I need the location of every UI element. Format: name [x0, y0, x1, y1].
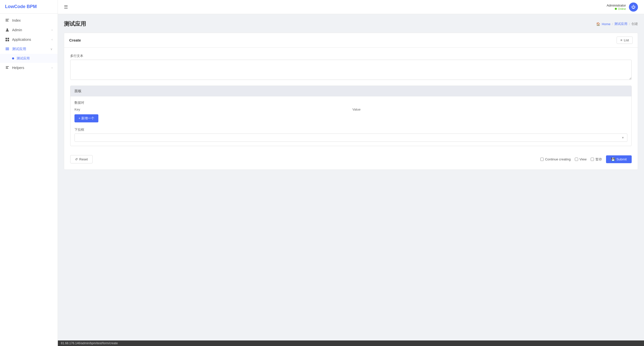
testapp-arrow-icon: ∨ — [50, 47, 53, 51]
card-title: Create — [69, 38, 81, 42]
power-button[interactable]: ⏻ — [629, 3, 638, 12]
sidebar-nav: Index Admin ‹ Applications ‹ — [0, 14, 58, 346]
header-left: ☰ — [64, 4, 68, 10]
list-label: List — [624, 38, 629, 42]
reset-icon: ↺ — [75, 157, 78, 161]
dropdown-label: 下拉框 — [74, 127, 627, 132]
admin-icon — [5, 28, 10, 32]
continue-creating-checkbox[interactable] — [540, 158, 544, 161]
svg-rect-9 — [6, 49, 9, 49]
submit-button[interactable]: 💾 Submit — [606, 155, 632, 163]
submit-icon: 💾 — [611, 157, 615, 161]
helpers-icon — [5, 65, 10, 70]
svg-rect-1 — [6, 20, 8, 20]
list-icon: ≡ — [620, 38, 622, 42]
page-title: 测试应用 — [64, 20, 86, 28]
app-name-link[interactable]: LowCode BPM — [5, 4, 37, 9]
header: ☰ Administrator Online ⏻ — [58, 0, 644, 14]
admin-arrow-icon: ‹ — [52, 28, 53, 32]
testapp-submenu: 测试应用 — [0, 54, 58, 63]
applications-label: Applications — [12, 38, 49, 42]
svg-rect-8 — [6, 48, 9, 48]
status-bar: 81.68.176.146/admin/bpm/test/form/create — [58, 340, 644, 346]
card-header: Create ≡ List — [64, 33, 638, 48]
status-label: Online — [618, 7, 626, 10]
helpers-arrow-icon: ‹ — [52, 66, 53, 70]
svg-rect-13 — [6, 68, 8, 69]
multiline-textarea[interactable] — [70, 60, 632, 80]
svg-rect-5 — [8, 38, 9, 39]
panel-header: 面板 — [70, 86, 631, 96]
testapp-sub-label: 测试应用 — [17, 56, 30, 61]
view-checkbox[interactable] — [575, 158, 578, 161]
continue-creating-group[interactable]: Continue creating — [540, 157, 571, 161]
helpers-label: Helpers — [12, 66, 49, 70]
svg-point-3 — [7, 28, 8, 30]
footer-right: Continue creating View 暂存 💾 — [540, 155, 632, 163]
svg-rect-10 — [6, 50, 9, 50]
status-url: 81.68.176.146/admin/bpm/test/form/create — [61, 341, 118, 345]
breadcrumb-sep-2: / — [629, 22, 630, 26]
multiline-label: 多行文本 — [70, 54, 632, 58]
sidebar-item-index[interactable]: Index — [0, 16, 58, 25]
sidebar-item-testapp[interactable]: 测试应用 ∨ — [0, 44, 58, 54]
applications-icon — [5, 37, 10, 42]
sidebar-item-applications[interactable]: Applications ‹ — [0, 35, 58, 44]
svg-rect-0 — [6, 19, 9, 19]
reset-label: Reset — [79, 157, 88, 161]
breadcrumb-sep-1: / — [612, 22, 613, 26]
sidebar-item-admin[interactable]: Admin ‹ — [0, 25, 58, 35]
submit-label: Submit — [617, 157, 627, 161]
sidebar-item-testapp-sub[interactable]: 测试应用 — [0, 54, 58, 63]
panel-body: 数据对 Key Value + 新增一个 下拉框 — [70, 96, 631, 146]
svg-rect-11 — [6, 66, 9, 67]
index-icon — [5, 18, 10, 23]
breadcrumb-home[interactable]: Home — [602, 22, 611, 26]
multiline-group: 多行文本 — [70, 54, 632, 81]
dropdown-group: 下拉框 ▼ — [74, 127, 627, 142]
view-label: View — [580, 157, 587, 161]
save-checkbox[interactable] — [591, 158, 594, 161]
svg-rect-6 — [6, 40, 7, 41]
create-card: Create ≡ List 多行文本 面板 — [64, 33, 638, 170]
main-content: 测试应用 🏠 Home / 测试应用 / 创建 Create ≡ List — [58, 14, 644, 340]
save-group[interactable]: 暂存 — [591, 157, 602, 162]
data-pair-label: 数据对 — [74, 100, 627, 105]
save-label: 暂存 — [595, 157, 602, 162]
add-pair-label: + 新增一个 — [78, 116, 94, 121]
status-dot-icon — [615, 8, 617, 10]
panel: 面板 数据对 Key Value + 新增一个 — [70, 86, 632, 146]
hamburger-button[interactable]: ☰ — [64, 4, 68, 10]
form-footer: ↺ Reset Continue creating View — [70, 151, 632, 163]
index-label: Index — [12, 18, 53, 22]
panel-title: 面板 — [74, 89, 82, 93]
data-pair-cols: Key Value — [74, 108, 627, 111]
page-header: 测试应用 🏠 Home / 测试应用 / 创建 — [64, 20, 638, 28]
list-button[interactable]: ≡ List — [617, 37, 633, 44]
breadcrumb-action: 创建 — [631, 22, 638, 26]
svg-rect-12 — [6, 67, 8, 68]
key-col-header: Key — [74, 108, 349, 111]
card-body: 多行文本 面板 数据对 Key Value — [64, 48, 638, 169]
svg-rect-2 — [6, 21, 9, 21]
svg-rect-7 — [8, 40, 9, 41]
view-group[interactable]: View — [575, 157, 587, 161]
sidebar-item-helpers[interactable]: Helpers ‹ — [0, 63, 58, 73]
breadcrumb: 🏠 Home / 测试应用 / 创建 — [596, 22, 638, 26]
breadcrumb-app: 测试应用 — [614, 22, 627, 26]
admin-label: Admin — [12, 28, 49, 32]
sidebar: LowCode BPM Index Admin ‹ — [0, 0, 58, 346]
user-name: Administrator — [607, 4, 626, 7]
testapp-icon — [5, 47, 10, 51]
add-pair-button[interactable]: + 新增一个 — [74, 114, 98, 122]
reset-button[interactable]: ↺ Reset — [70, 155, 93, 163]
active-dot — [12, 57, 14, 59]
dropdown-select[interactable] — [74, 133, 627, 142]
user-status: Online — [607, 7, 626, 10]
header-right: Administrator Online ⏻ — [607, 3, 638, 12]
svg-rect-4 — [6, 38, 7, 39]
user-info: Administrator Online — [607, 4, 626, 10]
value-col-header: Value — [352, 108, 627, 111]
home-icon: 🏠 — [596, 22, 600, 26]
applications-arrow-icon: ‹ — [52, 38, 53, 41]
